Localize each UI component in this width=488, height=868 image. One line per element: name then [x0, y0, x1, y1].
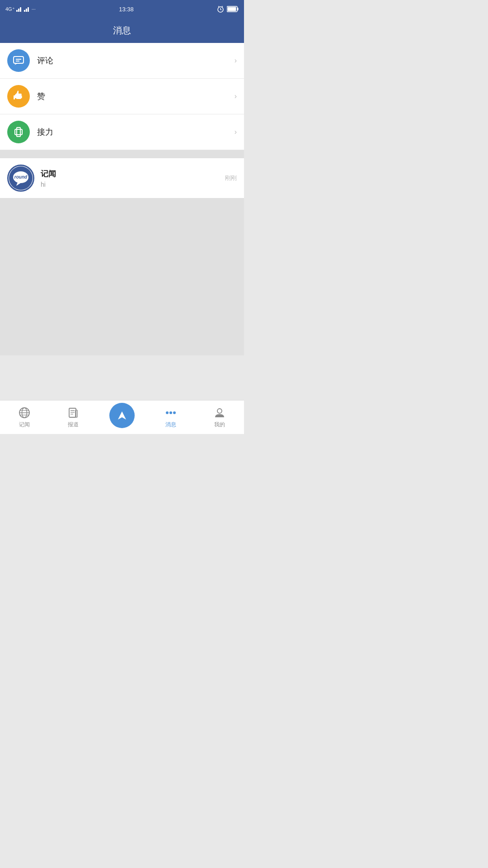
svg-rect-3 [24, 10, 25, 12]
svg-rect-14 [14, 57, 23, 63]
svg-point-37 [169, 411, 172, 414]
comment-item[interactable]: 评论 › [0, 43, 244, 79]
chat-time: 刚刚 [225, 174, 237, 182]
network-type: ··· [32, 6, 36, 12]
nav-label-news: 记闻 [19, 421, 30, 429]
svg-line-8 [221, 9, 221, 10]
chat-preview: hi [41, 181, 225, 188]
nav-item-messages[interactable]: 消息 [146, 406, 195, 429]
chat-avatar: round [7, 165, 34, 192]
comment-icon [13, 56, 24, 66]
nav-label-messages: 消息 [165, 421, 176, 429]
svg-rect-13 [237, 8, 239, 10]
nav-item-report[interactable]: 报道 [49, 406, 98, 429]
svg-rect-1 [18, 9, 19, 12]
dots-icon-wrap [164, 406, 177, 419]
svg-rect-19 [15, 129, 22, 135]
svg-rect-0 [16, 10, 18, 12]
svg-line-10 [222, 6, 223, 7]
nav-label-report: 报道 [68, 421, 79, 429]
notification-list: 评论 › 赞 › 接力 › [0, 43, 244, 150]
center-button[interactable] [109, 403, 135, 428]
globe-icon [19, 407, 30, 419]
like-chevron: › [235, 92, 237, 100]
signal-icon [16, 6, 23, 12]
svg-rect-12 [228, 7, 236, 11]
svg-point-36 [166, 411, 169, 414]
nav-item-news[interactable]: 记闻 [0, 406, 49, 429]
empty-area [0, 198, 244, 355]
svg-rect-5 [28, 7, 29, 12]
page-title: 消息 [113, 24, 131, 37]
chat-item-jijian[interactable]: round 记闻 hi 刚刚 [0, 158, 244, 198]
thumbsup-icon [13, 90, 24, 102]
relay-icon [13, 126, 24, 138]
newspaper-icon-wrap [67, 406, 80, 419]
like-item[interactable]: 赞 › [0, 79, 244, 114]
page-header: 消息 [0, 18, 244, 43]
svg-point-38 [173, 411, 176, 414]
comment-chevron: › [235, 57, 237, 65]
round-avatar-svg: round [9, 166, 33, 190]
svg-text:round: round [14, 175, 28, 179]
like-label: 赞 [37, 91, 235, 102]
nav-item-center[interactable] [98, 403, 146, 432]
relay-item[interactable]: 接力 › [0, 114, 244, 150]
svg-rect-2 [20, 7, 21, 12]
svg-line-9 [218, 6, 219, 7]
status-bar: 4G⁺ ··· 13:38 [0, 0, 244, 18]
alarm-icon [217, 5, 224, 13]
chat-info: 记闻 hi [41, 169, 225, 188]
svg-rect-31 [75, 410, 77, 417]
comment-label: 评论 [37, 55, 235, 66]
like-icon-circle [7, 85, 30, 108]
section-divider [0, 150, 244, 158]
send-icon [117, 410, 127, 421]
status-signal: 4G⁺ ··· [5, 6, 36, 12]
person-icon [214, 407, 225, 419]
relay-icon-circle [7, 121, 30, 143]
status-time: 13:38 [119, 6, 134, 13]
svg-marker-35 [118, 411, 126, 420]
signal-text: 4G⁺ [5, 6, 15, 12]
nav-item-mine[interactable]: 我的 [195, 406, 244, 429]
newspaper-icon [67, 407, 79, 419]
relay-chevron: › [235, 128, 237, 136]
status-icons [217, 5, 239, 13]
nav-label-mine: 我的 [214, 421, 225, 429]
svg-rect-18 [14, 95, 15, 99]
person-icon-wrap [213, 406, 226, 419]
signal-icon2 [24, 6, 30, 12]
battery-icon [227, 6, 239, 12]
chat-list: round 记闻 hi 刚刚 [0, 158, 244, 198]
svg-rect-30 [69, 408, 76, 417]
comment-icon-circle [7, 49, 30, 72]
relay-label: 接力 [37, 127, 235, 137]
bottom-nav: 记闻 报道 消息 [0, 400, 244, 434]
svg-point-39 [217, 409, 222, 413]
dots-icon [165, 407, 177, 419]
chat-name: 记闻 [41, 169, 225, 179]
globe-icon-wrap [18, 406, 31, 419]
svg-rect-4 [26, 9, 27, 12]
